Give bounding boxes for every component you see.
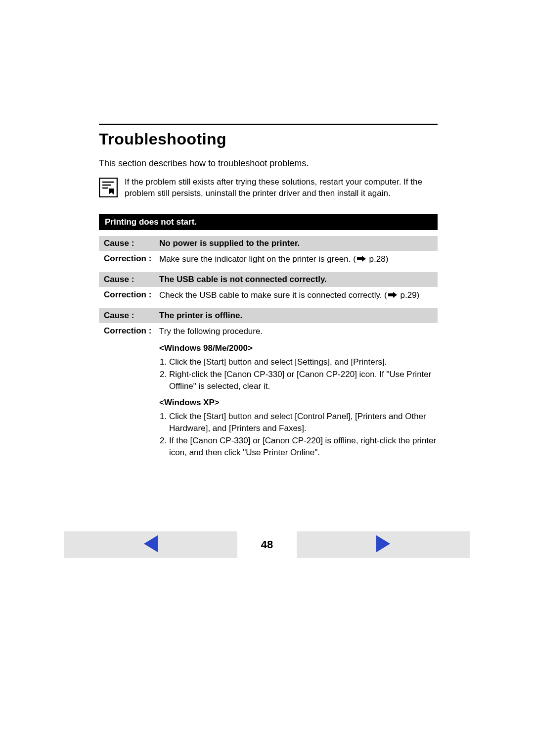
- page-title: Troubleshooting: [99, 130, 438, 148]
- arrow-right-icon: [357, 254, 366, 265]
- cause-label: Cause :: [104, 311, 159, 321]
- correction-row: Correction : Check the USB cable to make…: [99, 289, 438, 308]
- triangle-right-icon: [376, 535, 390, 554]
- correction-text: Check the USB cable to make sure it is c…: [159, 290, 419, 301]
- correction-label: Correction :: [104, 290, 159, 301]
- note-icon: [99, 178, 118, 197]
- svg-rect-0: [99, 178, 117, 197]
- next-page-button[interactable]: [297, 531, 470, 558]
- procedure-block: <Windows 98/Me/2000> Click the [Start] b…: [159, 343, 438, 458]
- prev-page-button[interactable]: [64, 531, 237, 558]
- note-block: If the problem still exists after trying…: [99, 177, 438, 199]
- correction-label: Correction :: [104, 254, 159, 265]
- cause-text: No power is supplied to the printer.: [159, 238, 300, 248]
- list-item: Click the [Start] button and select [Set…: [169, 356, 438, 368]
- cause-row: Cause : The printer is offline.: [99, 308, 438, 323]
- correction-label: Correction :: [104, 326, 159, 337]
- correction-row: Correction : Make sure the indicator lig…: [99, 253, 438, 272]
- note-text: If the problem still exists after trying…: [125, 177, 438, 199]
- cause-label: Cause :: [104, 275, 159, 284]
- cause-row: Cause : The USB cable is not connected c…: [99, 272, 438, 287]
- intro-text: This section describes how to troublesho…: [99, 158, 438, 169]
- list-item: Right-click the [Canon CP-330] or [Canon…: [169, 369, 438, 392]
- procedure-heading: <Windows 98/Me/2000>: [159, 343, 438, 353]
- procedure-list: Click the [Start] button and select [Set…: [159, 356, 438, 392]
- list-item: Click the [Start] button and select [Con…: [169, 411, 438, 434]
- list-item: If the [Canon CP-330] or [Canon CP-220] …: [169, 435, 438, 458]
- arrow-right-icon: [388, 290, 397, 301]
- page-number: 48: [237, 531, 297, 558]
- correction-row: Correction : Try the following procedure…: [99, 325, 438, 339]
- procedure-list: Click the [Start] button and select [Con…: [159, 411, 438, 458]
- cause-text: The USB cable is not connected correctly…: [159, 275, 327, 284]
- cause-row: Cause : No power is supplied to the prin…: [99, 236, 438, 251]
- correction-text: Make sure the indicator light on the pri…: [159, 254, 388, 265]
- cause-text: The printer is offline.: [159, 311, 242, 321]
- triangle-left-icon: [144, 535, 158, 554]
- procedure-heading: <Windows XP>: [159, 398, 438, 408]
- page-footer: 48: [64, 531, 470, 558]
- horizontal-rule: [99, 124, 438, 125]
- cause-label: Cause :: [104, 238, 159, 248]
- section-heading: Printing does not start.: [99, 214, 438, 230]
- correction-text: Try the following procedure.: [159, 326, 263, 337]
